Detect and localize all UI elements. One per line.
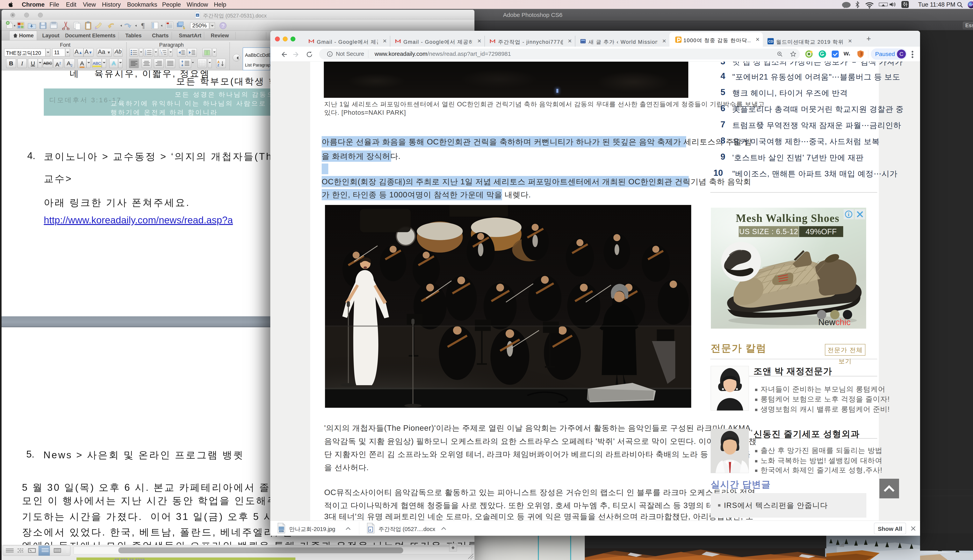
svg-text:Z: Z (217, 63, 219, 67)
svg-text:CD: CD (768, 40, 773, 43)
svg-text:A: A (217, 60, 220, 64)
svg-text:JPEG: JPEG (279, 531, 283, 532)
svg-text:¶: ¶ (141, 22, 145, 30)
svg-text:i: i (162, 53, 162, 55)
svg-text:250%: 250% (192, 22, 207, 28)
svg-text:a: a (369, 528, 371, 532)
svg-text:3: 3 (145, 53, 146, 55)
svg-text:?: ? (221, 23, 224, 29)
